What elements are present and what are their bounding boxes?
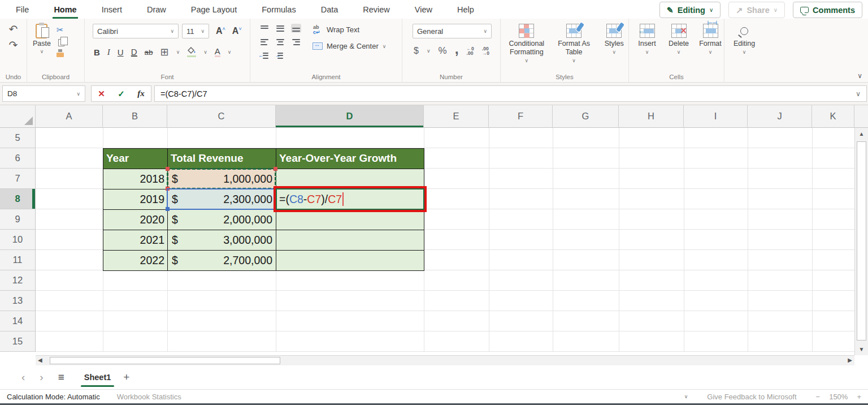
- calculation-mode-status[interactable]: Calculation Mode: Automatic: [7, 393, 100, 401]
- zoom-level[interactable]: 150%: [829, 393, 848, 401]
- column-header-j[interactable]: J: [748, 105, 812, 128]
- scroll-left-arrow[interactable]: ◀: [38, 357, 42, 363]
- prev-sheet-arrow[interactable]: ‹: [21, 371, 25, 384]
- delete-cells-button[interactable]: ✕ Delete ∨: [665, 24, 692, 55]
- vertical-scrollbar-thumb[interactable]: [857, 141, 866, 341]
- cut-button[interactable]: ✂: [57, 25, 64, 35]
- font-color-button[interactable]: A: [215, 48, 220, 57]
- increase-indent-button[interactable]: [275, 51, 285, 60]
- decrease-decimal-button[interactable]: .00→0: [482, 46, 489, 55]
- zoom-in-button[interactable]: +: [857, 393, 861, 401]
- insert-function-button[interactable]: fx: [137, 89, 145, 98]
- format-cells-button[interactable]: ⊢⊣ Format ∨: [697, 24, 724, 55]
- cell-b11[interactable]: 2022: [103, 251, 168, 271]
- column-header-i[interactable]: I: [684, 105, 748, 128]
- fill-color-button[interactable]: [187, 47, 196, 57]
- paste-button[interactable]: Paste ∨: [33, 24, 51, 57]
- row-header-8[interactable]: 8: [0, 189, 36, 209]
- collapse-ribbon-button[interactable]: ∨: [857, 72, 862, 80]
- comma-style-button[interactable]: ,: [455, 46, 459, 51]
- grow-font-button[interactable]: A˄: [216, 26, 225, 36]
- align-center-button[interactable]: [275, 37, 285, 46]
- font-size-select[interactable]: 11 ∨: [182, 24, 209, 38]
- undo-button[interactable]: ↶: [9, 24, 18, 35]
- conditional-formatting-button[interactable]: Conditional Formatting ∨: [505, 24, 548, 63]
- menu-review[interactable]: Review: [362, 0, 391, 19]
- row-header-12[interactable]: 12: [0, 270, 36, 291]
- next-sheet-arrow[interactable]: ›: [40, 371, 43, 384]
- column-header-f[interactable]: F: [489, 105, 553, 128]
- font-name-select[interactable]: Calibri ∨: [93, 24, 179, 38]
- column-header-d[interactable]: D: [276, 105, 424, 128]
- column-header-k[interactable]: K: [812, 105, 854, 128]
- menu-formulas[interactable]: Formulas: [261, 0, 297, 19]
- cell-b8[interactable]: 2019: [103, 189, 168, 210]
- cell-d11[interactable]: [276, 251, 424, 271]
- zoom-out-button[interactable]: −: [816, 393, 821, 401]
- active-cell-editor-d8[interactable]: =(C8-C7)/C7: [274, 186, 427, 212]
- feedback-link[interactable]: Give Feedback to Microsoft: [707, 393, 796, 401]
- column-header-c[interactable]: C: [167, 105, 276, 128]
- cell-b7[interactable]: 2018: [103, 169, 168, 189]
- name-box[interactable]: D8 ∨: [2, 85, 85, 102]
- menu-file[interactable]: File: [15, 0, 30, 19]
- copy-button[interactable]: [58, 39, 64, 46]
- accounting-format-button[interactable]: $: [414, 46, 419, 56]
- scroll-up-arrow[interactable]: ▲: [855, 131, 868, 137]
- comments-button[interactable]: Comments: [793, 2, 862, 18]
- menu-data[interactable]: Data: [320, 0, 340, 19]
- cell-b10[interactable]: 2021: [103, 230, 168, 251]
- cell-d9[interactable]: [276, 210, 424, 230]
- sheet-tab-sheet1[interactable]: Sheet1: [77, 365, 119, 389]
- share-button[interactable]: ↗ Share ∨: [728, 2, 785, 18]
- merge-center-button[interactable]: Merge & Center ∨: [313, 42, 386, 50]
- strikethrough-button[interactable]: ab: [145, 48, 153, 57]
- align-left-button[interactable]: [259, 37, 270, 46]
- row-header-10[interactable]: 10: [0, 230, 36, 250]
- shrink-font-button[interactable]: A˅: [232, 26, 242, 36]
- cancel-entry-button[interactable]: ✕: [98, 89, 105, 99]
- cell-c10[interactable]: $3,000,000: [168, 230, 276, 251]
- wrap-text-button[interactable]: Wrap Text: [313, 25, 386, 35]
- formula-input[interactable]: =(C8-C7)/C7 ∨: [154, 85, 867, 102]
- align-middle-button[interactable]: [275, 24, 285, 33]
- decrease-indent-button[interactable]: [259, 51, 270, 60]
- expand-formula-bar-icon[interactable]: ∨: [856, 90, 861, 98]
- redo-button[interactable]: ↷: [9, 40, 18, 51]
- cell-b9[interactable]: 2020: [103, 210, 168, 230]
- bold-button[interactable]: B: [94, 48, 100, 57]
- scroll-right-arrow[interactable]: ▶: [848, 357, 852, 363]
- column-header-b[interactable]: B: [103, 105, 167, 128]
- menu-view[interactable]: View: [414, 0, 433, 19]
- cell-c11[interactable]: $2,700,000: [168, 251, 276, 271]
- percent-style-button[interactable]: %: [439, 45, 447, 57]
- column-header-h[interactable]: H: [619, 105, 684, 128]
- row-header-14[interactable]: 14: [0, 311, 36, 331]
- align-bottom-button[interactable]: [291, 24, 301, 33]
- row-header-15[interactable]: 15: [0, 331, 36, 352]
- editing-mode-button[interactable]: ✎ Editing ∨: [659, 2, 721, 18]
- number-format-select[interactable]: General ∨: [413, 24, 492, 38]
- menu-help[interactable]: Help: [456, 0, 475, 19]
- align-right-button[interactable]: [291, 37, 301, 46]
- format-as-table-button[interactable]: Format As Table ∨: [553, 24, 596, 63]
- menu-home[interactable]: Home: [53, 0, 77, 19]
- scroll-down-arrow[interactable]: ▼: [855, 346, 868, 352]
- add-sheet-button[interactable]: +: [123, 371, 129, 384]
- menu-draw[interactable]: Draw: [146, 0, 167, 19]
- cell-styles-button[interactable]: Styles ∨: [600, 24, 629, 63]
- editing-menu-button[interactable]: Editing ∨: [724, 24, 764, 55]
- all-sheets-menu-icon[interactable]: ≡: [58, 371, 64, 384]
- cell-c9[interactable]: $2,000,000: [168, 210, 276, 230]
- header-cell-year[interactable]: Year: [103, 149, 168, 169]
- increase-decimal-button[interactable]: ←0.00: [467, 46, 474, 55]
- select-all-corner[interactable]: [0, 105, 36, 128]
- menu-insert[interactable]: Insert: [101, 0, 123, 19]
- double-underline-button[interactable]: D: [131, 48, 137, 57]
- insert-cells-button[interactable]: ← Insert ∨: [633, 24, 661, 55]
- column-header-a[interactable]: A: [36, 105, 103, 128]
- underline-button[interactable]: U: [118, 48, 124, 57]
- vertical-scrollbar[interactable]: ▲ ▼: [854, 128, 868, 355]
- horizontal-scrollbar[interactable]: ◀ ▶: [36, 355, 854, 365]
- header-cell-revenue[interactable]: Total Revenue: [168, 149, 276, 169]
